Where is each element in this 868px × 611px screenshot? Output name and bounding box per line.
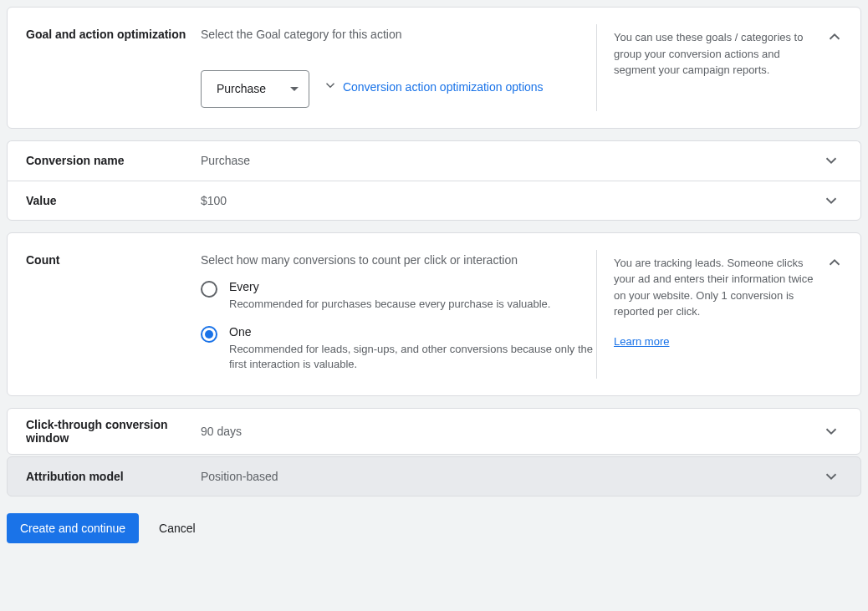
radio-every-label: Every (229, 280, 550, 293)
create-continue-button[interactable]: Create and continue (7, 513, 139, 543)
radio-every-desc: Recommended for purchases because every … (229, 297, 550, 312)
attribution-value: Position-based (187, 470, 822, 483)
goal-optimization-section: Goal and action optimization Select the … (7, 7, 861, 129)
chevron-down-icon (822, 467, 840, 486)
collapse-goal-button[interactable] (825, 28, 844, 46)
cancel-button[interactable]: Cancel (154, 521, 201, 536)
click-through-value: 90 days (187, 425, 822, 438)
count-section: Count Select how many conversions to cou… (7, 232, 861, 397)
learn-more-link[interactable]: Learn more (614, 334, 669, 350)
click-through-row[interactable]: Click-through conversion window 90 days (7, 408, 861, 455)
section-title: Goal and action optimization (8, 8, 187, 128)
radio-one-desc: Recommended for leads, sign-ups, and oth… (229, 342, 596, 372)
radio-one[interactable] (201, 326, 217, 343)
count-help: You are tracking leads. Someone clicks y… (596, 250, 814, 379)
collapse-count-button[interactable] (825, 253, 844, 272)
count-option-every[interactable]: Every Recommended for purchases because … (201, 280, 596, 312)
conversion-name-value: Purchase (187, 154, 822, 167)
optimization-options-toggle[interactable]: Conversion action optimization options (323, 78, 544, 95)
chevron-down-icon (822, 151, 840, 170)
chevron-down-icon (822, 422, 840, 440)
count-option-one[interactable]: One Recommended for leads, sign-ups, and… (201, 325, 596, 372)
attribution-row[interactable]: Attribution model Position-based (7, 456, 861, 496)
count-prompt: Select how many conversions to count per… (201, 253, 596, 267)
chevron-down-icon (323, 78, 338, 95)
optimization-options-label: Conversion action optimization options (343, 80, 544, 94)
conversion-name-label: Conversion name (8, 154, 187, 167)
goal-category-select[interactable]: Purchase (201, 70, 309, 108)
count-label: Count (8, 233, 187, 396)
goal-help-text: You can use these goals / categories to … (596, 24, 814, 111)
caret-down-icon (290, 87, 299, 91)
count-help-text: You are tracking leads. Someone clicks y… (614, 257, 813, 318)
value-row[interactable]: Value $100 (7, 181, 861, 221)
value-label: Value (8, 194, 187, 207)
attribution-label: Attribution model (8, 470, 187, 483)
chevron-down-icon (822, 191, 840, 210)
goal-prompt: Select the Goal category for this action (201, 28, 596, 41)
radio-dot-icon (205, 330, 213, 339)
footer-actions: Create and continue Cancel (7, 513, 861, 543)
goal-category-selected: Purchase (217, 82, 266, 95)
radio-one-label: One (229, 325, 596, 339)
radio-every[interactable] (201, 281, 217, 298)
click-through-label: Click-through conversion window (8, 418, 187, 445)
value-value: $100 (187, 194, 822, 207)
conversion-name-row[interactable]: Conversion name Purchase (7, 140, 861, 181)
